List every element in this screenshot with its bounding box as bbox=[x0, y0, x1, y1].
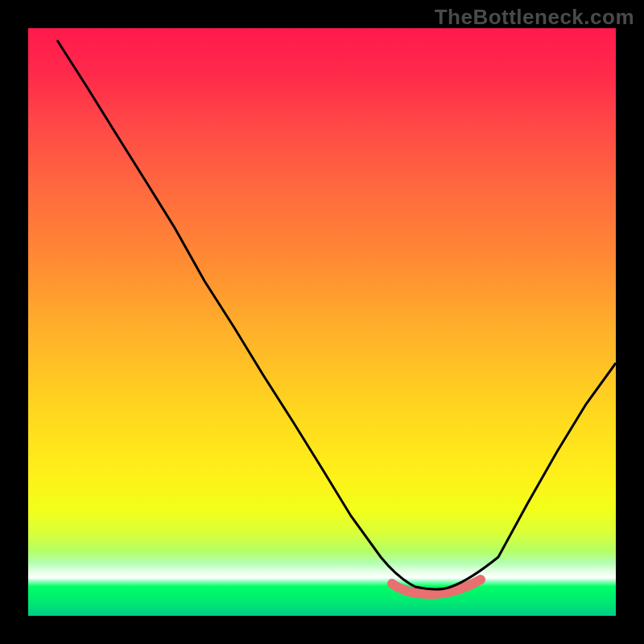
chart-svg bbox=[28, 28, 616, 616]
watermark-text: TheBottleneck.com bbox=[435, 5, 634, 30]
plot-area bbox=[28, 28, 616, 616]
chart-container: TheBottleneck.com bbox=[0, 0, 644, 644]
bottleneck-curve-line bbox=[57, 40, 616, 589]
